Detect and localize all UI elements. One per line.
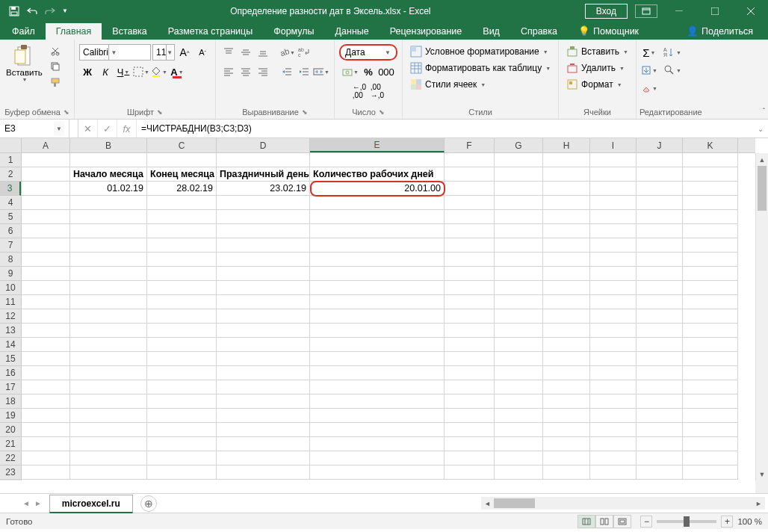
cell[interactable] [683,466,738,480]
column-header[interactable]: A [22,138,70,152]
dialog-launcher-icon[interactable]: ⬊ [157,108,163,116]
column-header[interactable]: I [590,138,637,152]
cell[interactable] [70,451,147,466]
cell[interactable] [147,324,217,338]
cell[interactable] [70,267,147,281]
cell[interactable] [217,466,310,480]
cell[interactable] [445,196,495,210]
cell[interactable] [543,267,590,281]
cell[interactable] [217,409,310,423]
cell[interactable] [590,153,637,167]
row-header[interactable]: 10 [0,281,21,295]
cell[interactable] [310,466,445,480]
cell[interactable] [310,409,445,423]
cell[interactable] [147,466,217,480]
cell[interactable] [637,409,683,423]
underline-button[interactable]: Ч▼ [115,64,131,80]
cell[interactable] [70,395,147,409]
cell[interactable] [683,451,738,466]
cell[interactable] [495,253,543,267]
horizontal-scrollbar[interactable]: ◄ ► [481,497,765,510]
tab-tell-me[interactable]: 💡Помощник [568,22,649,40]
tab-data[interactable]: Данные [325,23,380,40]
cell[interactable] [637,196,683,210]
column-header[interactable]: H [543,138,590,152]
decrease-font-button[interactable]: Aˇ [194,44,211,61]
cell[interactable] [683,267,738,281]
tab-page-layout[interactable]: Разметка страницы [158,23,263,40]
column-header[interactable]: E [310,138,445,152]
row-header[interactable]: 9 [0,267,21,281]
cell[interactable] [147,267,217,281]
cell[interactable] [22,281,70,295]
cell[interactable] [637,423,683,437]
cell[interactable] [590,182,637,196]
row-header[interactable]: 2 [0,167,21,182]
cell[interactable] [495,451,543,466]
cell[interactable] [495,309,543,324]
undo-button[interactable] [24,3,40,19]
cell[interactable] [590,324,637,338]
cell[interactable] [683,409,738,423]
conditional-formatting-button[interactable]: Условное форматирование▼ [407,44,554,59]
cell[interactable] [22,395,70,409]
cell[interactable] [637,224,683,238]
row-header[interactable]: 23 [0,466,21,480]
cell[interactable] [70,238,147,253]
cell[interactable] [70,338,147,352]
cell[interactable] [22,309,70,324]
expand-formula-bar-button[interactable]: ⌄ [753,120,768,137]
cell[interactable] [543,324,590,338]
formula-input[interactable]: =ЧИСТРАБДНИ(B3;C3;D3) [137,120,753,137]
cell[interactable] [543,380,590,395]
cell[interactable] [683,238,738,253]
cell[interactable] [70,409,147,423]
cell[interactable] [543,366,590,380]
cell[interactable] [683,224,738,238]
save-button[interactable] [6,3,22,19]
cell[interactable] [590,380,637,395]
row-header[interactable]: 22 [0,451,21,466]
cell[interactable] [70,324,147,338]
cell[interactable] [495,324,543,338]
cell[interactable] [683,153,738,167]
vertical-scroll-thumb[interactable] [758,166,767,211]
align-middle-button[interactable] [238,44,254,61]
format-as-table-button[interactable]: Форматировать как таблицу▼ [407,61,554,75]
cell[interactable] [543,224,590,238]
cell[interactable] [590,466,637,480]
cell[interactable] [70,466,147,480]
zoom-level[interactable]: 100 % [737,517,762,526]
cell[interactable] [495,167,543,182]
cell[interactable] [683,210,738,224]
cell[interactable] [590,423,637,437]
row-header[interactable]: 17 [0,380,21,395]
cell[interactable] [495,153,543,167]
cell[interactable] [22,253,70,267]
cell[interactable] [445,253,495,267]
cell[interactable] [637,182,683,196]
zoom-in-button[interactable]: + [721,516,733,528]
insert-function-button[interactable]: fx [117,120,137,137]
cell[interactable] [590,451,637,466]
cell[interactable] [637,380,683,395]
cell[interactable] [310,324,445,338]
new-sheet-button[interactable]: ⊕ [140,495,157,512]
dialog-launcher-icon[interactable]: ⬊ [379,108,385,116]
cell[interactable] [683,395,738,409]
cell[interactable] [445,366,495,380]
column-header[interactable]: F [445,138,495,152]
cell[interactable] [683,295,738,309]
cell[interactable] [22,167,70,182]
tab-review[interactable]: Рецензирование [380,23,473,40]
cell[interactable] [147,210,217,224]
cell[interactable] [147,338,217,352]
cell[interactable]: 23.02.19 [217,182,310,196]
copy-button[interactable] [49,60,62,73]
cell[interactable] [217,380,310,395]
align-left-button[interactable] [220,64,237,80]
cell[interactable] [445,466,495,480]
cell[interactable] [683,437,738,451]
scroll-up-button[interactable]: ▲ [756,153,768,166]
cell[interactable] [70,295,147,309]
